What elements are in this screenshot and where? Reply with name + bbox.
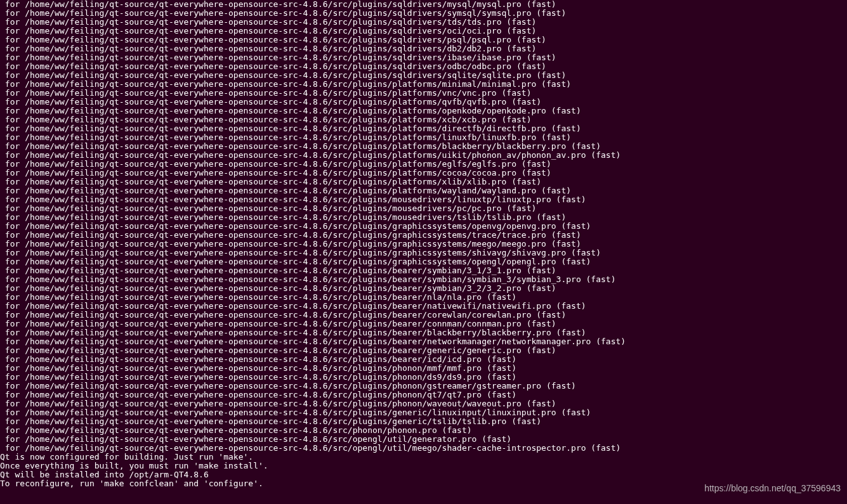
terminal-line: for /home/ww/feiling/qt-source/qt-everyw… bbox=[0, 98, 847, 107]
terminal-line: for /home/ww/feiling/qt-source/qt-everyw… bbox=[0, 417, 847, 426]
terminal-line: for /home/ww/feiling/qt-source/qt-everyw… bbox=[0, 302, 847, 311]
terminal-line: for /home/ww/feiling/qt-source/qt-everyw… bbox=[0, 275, 847, 284]
terminal-line: for /home/ww/feiling/qt-source/qt-everyw… bbox=[0, 426, 847, 435]
terminal-line: for /home/ww/feiling/qt-source/qt-everyw… bbox=[0, 346, 847, 355]
terminal-line: for /home/ww/feiling/qt-source/qt-everyw… bbox=[0, 71, 847, 80]
terminal-line: for /home/ww/feiling/qt-source/qt-everyw… bbox=[0, 391, 847, 399]
terminal-line: for /home/ww/feiling/qt-source/qt-everyw… bbox=[0, 107, 847, 115]
terminal-footer-line: Once everything is built, you must run '… bbox=[0, 462, 847, 470]
terminal-line: for /home/ww/feiling/qt-source/qt-everyw… bbox=[0, 62, 847, 71]
terminal-line: for /home/ww/feiling/qt-source/qt-everyw… bbox=[0, 142, 847, 151]
terminal-line: for /home/ww/feiling/qt-source/qt-everyw… bbox=[0, 320, 847, 328]
terminal-line: for /home/ww/feiling/qt-source/qt-everyw… bbox=[0, 160, 847, 169]
terminal-line: for /home/ww/feiling/qt-source/qt-everyw… bbox=[0, 311, 847, 320]
terminal-output: for /home/ww/feiling/qt-source/qt-everyw… bbox=[0, 0, 847, 488]
terminal-line: for /home/ww/feiling/qt-source/qt-everyw… bbox=[0, 284, 847, 293]
terminal-line: for /home/ww/feiling/qt-source/qt-everyw… bbox=[0, 124, 847, 133]
terminal-line: for /home/ww/feiling/qt-source/qt-everyw… bbox=[0, 204, 847, 213]
terminal-line: for /home/ww/feiling/qt-source/qt-everyw… bbox=[0, 115, 847, 124]
terminal-line: for /home/ww/feiling/qt-source/qt-everyw… bbox=[0, 213, 847, 222]
terminal-line: for /home/ww/feiling/qt-source/qt-everyw… bbox=[0, 18, 847, 27]
terminal-line: for /home/ww/feiling/qt-source/qt-everyw… bbox=[0, 44, 847, 53]
terminal-line: for /home/ww/feiling/qt-source/qt-everyw… bbox=[0, 364, 847, 373]
terminal-line: for /home/ww/feiling/qt-source/qt-everyw… bbox=[0, 328, 847, 337]
terminal-line: for /home/ww/feiling/qt-source/qt-everyw… bbox=[0, 337, 847, 346]
terminal-line: for /home/ww/feiling/qt-source/qt-everyw… bbox=[0, 0, 847, 9]
terminal-line: for /home/ww/feiling/qt-source/qt-everyw… bbox=[0, 399, 847, 408]
terminal-line: for /home/ww/feiling/qt-source/qt-everyw… bbox=[0, 53, 847, 62]
terminal-line: for /home/ww/feiling/qt-source/qt-everyw… bbox=[0, 408, 847, 417]
terminal-line: for /home/ww/feiling/qt-source/qt-everyw… bbox=[0, 36, 847, 44]
terminal-line: for /home/ww/feiling/qt-source/qt-everyw… bbox=[0, 195, 847, 204]
terminal-line: for /home/ww/feiling/qt-source/qt-everyw… bbox=[0, 80, 847, 89]
terminal-line: for /home/ww/feiling/qt-source/qt-everyw… bbox=[0, 231, 847, 240]
watermark-text: https://blog.csdn.net/qq_37596943 bbox=[704, 484, 841, 493]
terminal-footer-line: Qt will be installed into /opt/arm-QT4.8… bbox=[0, 470, 847, 479]
terminal-line: for /home/ww/feiling/qt-source/qt-everyw… bbox=[0, 293, 847, 302]
terminal-line: for /home/ww/feiling/qt-source/qt-everyw… bbox=[0, 240, 847, 249]
terminal-line: for /home/ww/feiling/qt-source/qt-everyw… bbox=[0, 178, 847, 186]
terminal-line: for /home/ww/feiling/qt-source/qt-everyw… bbox=[0, 444, 847, 453]
terminal-line: for /home/ww/feiling/qt-source/qt-everyw… bbox=[0, 382, 847, 391]
terminal-line: for /home/ww/feiling/qt-source/qt-everyw… bbox=[0, 89, 847, 98]
terminal-line: for /home/ww/feiling/qt-source/qt-everyw… bbox=[0, 266, 847, 275]
terminal-line: for /home/ww/feiling/qt-source/qt-everyw… bbox=[0, 169, 847, 178]
terminal-line: for /home/ww/feiling/qt-source/qt-everyw… bbox=[0, 222, 847, 231]
terminal-line: for /home/ww/feiling/qt-source/qt-everyw… bbox=[0, 27, 847, 36]
terminal-line: for /home/ww/feiling/qt-source/qt-everyw… bbox=[0, 9, 847, 18]
terminal-line: for /home/ww/feiling/qt-source/qt-everyw… bbox=[0, 249, 847, 257]
terminal-line: for /home/ww/feiling/qt-source/qt-everyw… bbox=[0, 435, 847, 444]
terminal-line: for /home/ww/feiling/qt-source/qt-everyw… bbox=[0, 373, 847, 382]
terminal-line: for /home/ww/feiling/qt-source/qt-everyw… bbox=[0, 257, 847, 266]
terminal-footer-line: Qt is now configured for building. Just … bbox=[0, 453, 847, 462]
terminal-line: for /home/ww/feiling/qt-source/qt-everyw… bbox=[0, 186, 847, 195]
terminal-line: for /home/ww/feiling/qt-source/qt-everyw… bbox=[0, 133, 847, 142]
terminal-line: for /home/ww/feiling/qt-source/qt-everyw… bbox=[0, 355, 847, 364]
terminal-line: for /home/ww/feiling/qt-source/qt-everyw… bbox=[0, 151, 847, 160]
